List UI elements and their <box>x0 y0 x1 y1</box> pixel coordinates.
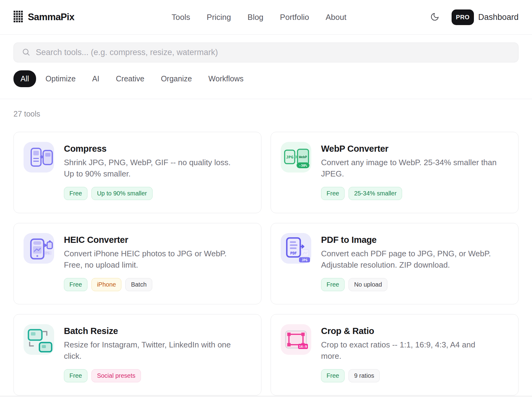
moon-icon <box>430 12 439 22</box>
tool-card-webp-converter[interactable]: JPG WebP -30% WebP Converter Convert any… <box>271 132 519 213</box>
theme-toggle-button[interactable] <box>430 12 439 22</box>
search-icon <box>22 48 30 58</box>
brand-name: SammaPix <box>28 12 74 23</box>
tool-description: Convert iPhone HEIC photos to JPG or Web… <box>64 248 240 271</box>
svg-text:JPG: JPG <box>286 155 294 159</box>
tag-free: Free <box>64 278 87 291</box>
tool-card-batch-resize[interactable]: Batch Resize Resize for Instagram, Twitt… <box>13 314 261 395</box>
tag-no-upload: No upload <box>349 278 387 291</box>
dashboard-link[interactable]: Dashboard <box>478 13 519 22</box>
crop-ratio-icon: 16:9 <box>281 324 311 355</box>
tool-title: PDF to Image <box>321 235 497 245</box>
tool-title: Crop & Ratio <box>321 326 497 336</box>
tag-free: Free <box>64 187 87 200</box>
tool-description: Crop to exact ratios -- 1:1, 16:9, 4:3, … <box>321 339 497 362</box>
filter-chip-workflows[interactable]: Workflows <box>201 70 251 87</box>
svg-text:WebP: WebP <box>299 155 307 159</box>
tools-grid: Compress Shrink JPG, PNG, WebP, GIF -- n… <box>13 132 519 395</box>
tool-tags: FreeiPhoneBatch <box>64 278 240 291</box>
tag-free: Free <box>64 369 87 382</box>
tag-free: Free <box>321 369 345 382</box>
pro-badge[interactable]: PRO <box>452 9 474 25</box>
webp-converter-icon: JPG WebP -30% <box>281 142 311 173</box>
filter-chip-ai[interactable]: AI <box>85 70 106 87</box>
nav-item-tools[interactable]: Tools <box>172 13 190 22</box>
tool-description: Convert any image to WebP. 25-34% smalle… <box>321 157 497 180</box>
search-input[interactable] <box>36 48 510 57</box>
grid-logo-icon <box>13 11 23 24</box>
filter-chip-optimize[interactable]: Optimize <box>39 70 83 87</box>
top-nav: SammaPix ToolsPricingBlogPortfolioAbout … <box>0 0 532 35</box>
brand-logo[interactable]: SammaPix <box>13 11 74 24</box>
tool-tags: FreeNo upload <box>321 278 497 291</box>
pdf-to-image-icon: PDF JPG <box>281 233 311 264</box>
tool-tags: FreeUp to 90% smaller <box>64 187 240 200</box>
tag-social-presets: Social presets <box>91 369 141 382</box>
tool-description: Convert each PDF page to JPG, PNG, or We… <box>321 248 497 271</box>
tool-tags: FreeSocial presets <box>64 369 240 382</box>
tool-card-crop-ratio[interactable]: 16:9 Crop & Ratio Crop to exact ratios -… <box>271 314 519 395</box>
nav-item-blog[interactable]: Blog <box>248 13 264 22</box>
filter-chip-organize[interactable]: Organize <box>154 70 199 87</box>
tool-card-compress[interactable]: Compress Shrink JPG, PNG, WebP, GIF -- n… <box>13 132 261 213</box>
tag-free: Free <box>321 187 345 200</box>
tag-free: Free <box>321 278 345 291</box>
batch-resize-icon <box>24 324 54 355</box>
tool-description: Shrink JPG, PNG, WebP, GIF -- no quality… <box>64 157 240 180</box>
svg-text:JPG: JPG <box>44 251 50 255</box>
search-bar[interactable] <box>13 43 519 62</box>
heic-converter-icon: JPG <box>24 233 54 264</box>
svg-text:JPG: JPG <box>302 258 308 262</box>
nav-item-portfolio[interactable]: Portfolio <box>280 13 309 22</box>
tag-iphone: iPhone <box>91 278 121 291</box>
tools-count: 27 tools <box>13 99 519 118</box>
tag-25-34-smaller: 25-34% smaller <box>349 187 402 200</box>
filter-chip-all[interactable]: All <box>13 70 36 87</box>
svg-text:PDF: PDF <box>290 251 297 255</box>
main-nav: ToolsPricingBlogPortfolioAbout <box>172 13 346 22</box>
nav-item-pricing[interactable]: Pricing <box>207 13 231 22</box>
svg-text:16:9: 16:9 <box>299 345 307 349</box>
tool-title: WebP Converter <box>321 144 497 154</box>
tool-tags: Free25-34% smaller <box>321 187 497 200</box>
nav-item-about[interactable]: About <box>326 13 346 22</box>
tool-title: Batch Resize <box>64 326 240 336</box>
search-section: AllOptimizeAICreativeOrganizeWorkflows <box>0 35 532 99</box>
filter-chips: AllOptimizeAICreativeOrganizeWorkflows <box>13 70 519 87</box>
tool-tags: Free9 ratios <box>321 369 497 382</box>
tag-9-ratios: 9 ratios <box>349 369 380 382</box>
tool-title: Compress <box>64 144 240 154</box>
tool-description: Resize for Instagram, Twitter, LinkedIn … <box>64 339 240 362</box>
filter-chip-creative[interactable]: Creative <box>109 70 151 87</box>
compress-icon <box>24 142 54 173</box>
tool-card-heic-converter[interactable]: JPG HEIC Converter Convert iPhone HEIC p… <box>13 223 261 304</box>
tag-batch: Batch <box>125 278 152 291</box>
tag-up-to-90-smaller: Up to 90% smaller <box>91 187 152 200</box>
tool-title: HEIC Converter <box>64 235 240 245</box>
svg-text:-30%: -30% <box>299 164 307 168</box>
tools-section: 27 tools Compress Shrink JPG, PNG, WebP,… <box>0 99 532 395</box>
tool-card-pdf-to-image[interactable]: PDF JPG PDF to Image Convert each PDF pa… <box>271 223 519 304</box>
